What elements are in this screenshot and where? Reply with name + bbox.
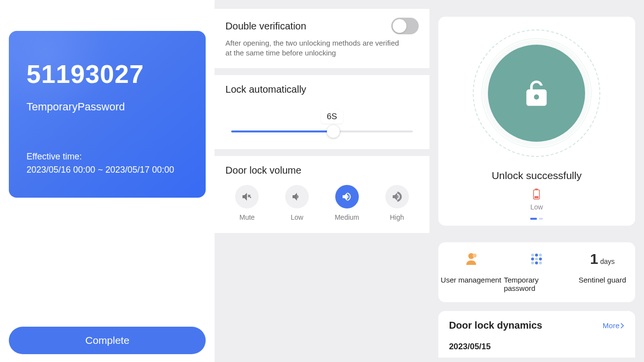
svg-point-8 [531,258,534,260]
svg-point-5 [531,254,534,257]
effective-time-label: Effective time: [27,152,188,162]
volume-high-label: High [390,213,404,221]
sentinel-guard-label: Sentinel guard [579,276,626,284]
shortcuts-card: User management Temporary password 1days… [438,242,635,302]
temporary-password-button[interactable]: Temporary password [504,251,569,292]
user-management-button[interactable]: User management [438,251,504,292]
unlock-status-card: Unlock successfully Low [438,17,635,226]
password-number: 51193027 [27,59,188,89]
keypad-icon [529,251,544,267]
volume-low-label: Low [291,213,303,221]
user-icon [463,251,479,267]
battery-low-icon [532,188,541,200]
door-lock-dynamics-card: Door lock dynamics More 2023/05/15 [438,311,635,358]
svg-point-13 [539,261,542,264]
low-volume-icon [285,185,309,208]
medium-volume-icon [335,185,359,208]
volume-high[interactable]: High [377,185,417,221]
battery-label: Low [530,203,543,211]
temp-password-card: 51193027 TemporaryPassword Effective tim… [9,31,206,198]
unlock-hero[interactable] [471,27,602,159]
lock-auto-value: 6S [321,110,343,124]
svg-rect-2 [535,196,538,198]
sentinel-guard-button[interactable]: 1days Sentinel guard [569,251,635,292]
svg-rect-1 [535,189,538,190]
svg-point-6 [535,254,538,257]
dynamics-title: Door lock dynamics [449,320,542,331]
double-verification-toggle[interactable] [391,18,419,34]
volume-mute[interactable]: Mute [227,185,267,221]
volume-title: Door lock volume [225,165,418,176]
unlock-status-text: Unlock successfully [492,170,582,181]
dynamics-date: 2023/05/15 [449,342,624,352]
door-lock-volume-section: Door lock volume Mute Low [215,156,429,233]
svg-point-9 [535,258,538,260]
temp-password-label: Temporary password [504,276,569,292]
lock-auto-slider[interactable]: 6S [225,110,418,139]
slider-thumb[interactable] [327,125,340,138]
volume-medium-label: Medium [335,213,359,221]
svg-point-11 [531,261,534,264]
lock-auto-title: Lock automatically [225,84,418,95]
double-verification-section: Double verification After opening, the t… [215,9,429,68]
user-management-label: User management [441,276,501,284]
svg-point-12 [535,261,538,264]
lock-automatically-section: Lock automatically 6S [215,75,429,149]
password-label: TemporaryPassword [27,101,188,113]
chevron-right-icon [620,323,624,329]
effective-time-range: 2023/05/16 00:00 ~ 2023/05/17 00:00 [27,165,188,175]
double-verification-subtitle: After opening, the two unlocking methods… [225,38,402,58]
high-volume-icon [385,185,409,208]
toggle-knob [393,19,406,33]
complete-button[interactable]: Complete [9,327,206,354]
volume-medium[interactable]: Medium [327,185,367,221]
dynamics-more-button[interactable]: More [603,321,624,330]
page-indicator [530,218,543,220]
mute-icon [235,185,259,208]
slider-fill [231,130,333,132]
volume-mute-label: Mute [240,213,255,221]
svg-point-4 [473,254,477,258]
double-verification-title: Double verification [225,21,306,32]
sentinel-days: 1days [590,251,615,267]
svg-point-10 [539,258,542,260]
svg-point-7 [539,254,542,257]
volume-low[interactable]: Low [277,185,317,221]
